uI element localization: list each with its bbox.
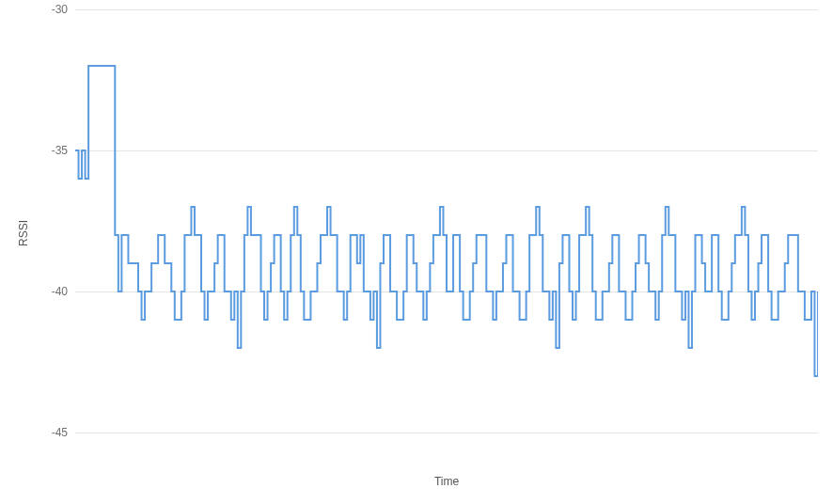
y-tick-label: -45 xyxy=(30,426,68,439)
line-series xyxy=(75,9,818,461)
y-tick-label: -30 xyxy=(30,3,68,16)
x-axis-title: Time xyxy=(75,475,818,488)
plot-area xyxy=(75,9,818,461)
y-tick-label: -35 xyxy=(30,144,68,157)
series-path xyxy=(75,66,818,376)
chart-container: RSSI Time -30-35-40-45 xyxy=(0,0,833,504)
y-tick-label: -40 xyxy=(30,285,68,298)
y-axis-title: RSSI xyxy=(17,220,30,246)
